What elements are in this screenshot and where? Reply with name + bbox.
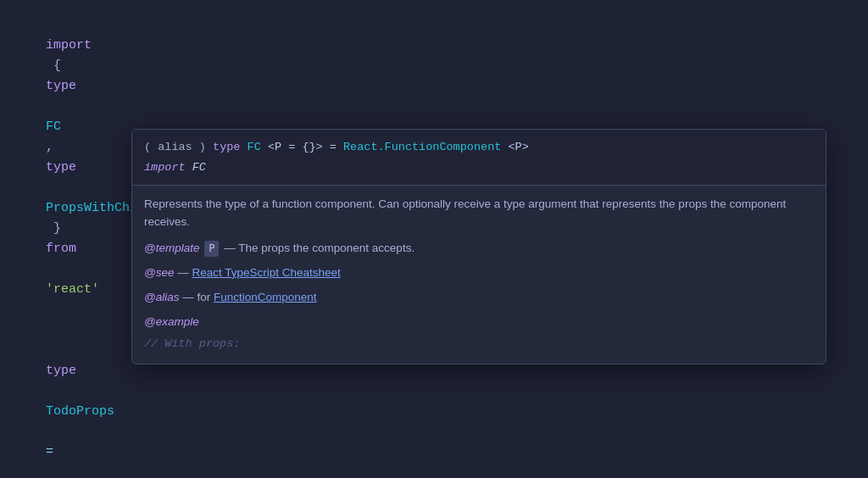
tooltip-see-tag: @see — React TypeScript Cheatsheet xyxy=(144,264,814,282)
tooltip-example-code-line: // With props: xyxy=(144,335,814,353)
tooltip-see-link[interactable]: React TypeScript Cheatsheet xyxy=(192,266,341,279)
tooltip-template-tag: @template P — The props the component ac… xyxy=(144,240,814,258)
tooltip-type-signature: ( alias ) type FC <P = {}> = React.Funct… xyxy=(144,138,814,157)
tooltip-body: Represents the type of a function compon… xyxy=(132,186,826,363)
tooltip-header: ( alias ) type FC <P = {}> = React.Funct… xyxy=(132,130,826,186)
tooltip-example-tag: @example xyxy=(144,314,814,331)
tooltip-alias-tag: @alias — for FunctionComponent xyxy=(144,289,814,307)
code-editor: import { type FC , type PropsWithChildre… xyxy=(0,0,868,478)
keyword-import: import xyxy=(46,38,92,53)
tooltip-import-line: import FC xyxy=(144,158,814,177)
tooltip-alias-link[interactable]: FunctionComponent xyxy=(214,291,317,303)
tooltip-description: Represents the type of a function compon… xyxy=(144,196,814,231)
intellisense-tooltip: ( alias ) type FC <P = {}> = React.Funct… xyxy=(131,129,826,364)
